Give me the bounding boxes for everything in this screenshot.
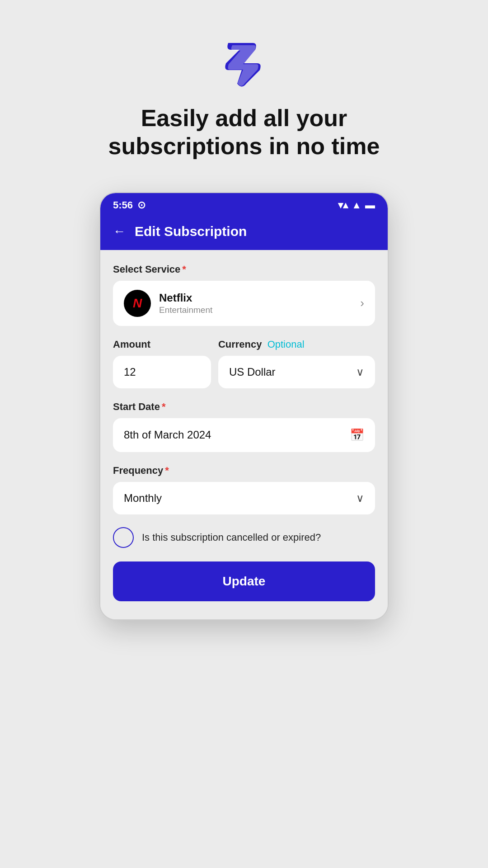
headline: Easily add all your subscriptions in no … [72, 104, 416, 160]
status-left: 5:56 ⊙ [113, 199, 145, 211]
amount-label: Amount [113, 339, 211, 350]
frequency-chevron-icon: ∨ [356, 492, 364, 505]
status-alarm-icon: ⊙ [137, 199, 145, 211]
cancelled-checkbox[interactable] [113, 527, 134, 548]
back-button[interactable]: ← [113, 224, 126, 239]
frequency-selector[interactable]: Monthly ∨ [113, 482, 375, 514]
currency-group: Currency Optional US Dollar ∨ [218, 339, 375, 388]
nav-title: Edit Subscription [135, 224, 247, 239]
app-logo [217, 36, 271, 90]
signal-icon: ▲ [352, 199, 361, 211]
cancelled-label: Is this subscription cancelled or expire… [142, 532, 321, 543]
logo-area: Easily add all your subscriptions in no … [72, 0, 416, 179]
frequency-value: Monthly [124, 492, 162, 505]
battery-icon: ▬ [365, 199, 375, 211]
status-bar: 5:56 ⊙ ▾▴ ▲ ▬ [100, 193, 388, 216]
update-button[interactable]: Update [113, 561, 375, 601]
status-time: 5:56 [113, 199, 133, 211]
date-picker[interactable]: 8th of March 2024 📅 [113, 418, 375, 452]
calendar-icon: 📅 [350, 428, 364, 442]
chevron-right-icon: › [360, 296, 364, 310]
status-icons: ▾▴ ▲ ▬ [338, 199, 375, 211]
chevron-down-icon: ∨ [356, 366, 364, 378]
frequency-section: Frequency* Monthly ∨ [113, 465, 375, 514]
cancelled-checkbox-row: Is this subscription cancelled or expire… [113, 527, 375, 548]
start-date-label: Start Date* [113, 401, 375, 413]
amount-currency-row: Amount Currency Optional US Dollar ∨ [113, 339, 375, 388]
phone-mockup: 5:56 ⊙ ▾▴ ▲ ▬ ← Edit Subscription Select… [99, 192, 389, 620]
wifi-icon: ▾▴ [338, 199, 348, 211]
frequency-label: Frequency* [113, 465, 375, 476]
start-date-section: Start Date* 8th of March 2024 📅 [113, 401, 375, 452]
form-content: Select Service* N Netflix Entertainment … [100, 250, 388, 619]
service-selector[interactable]: N Netflix Entertainment › [113, 281, 375, 326]
select-service-section: Select Service* N Netflix Entertainment … [113, 264, 375, 326]
currency-selector[interactable]: US Dollar ∨ [218, 356, 375, 388]
service-category: Entertainment [159, 305, 212, 315]
currency-label: Currency Optional [218, 339, 375, 350]
service-info-left: N Netflix Entertainment [124, 290, 212, 317]
nav-bar: ← Edit Subscription [100, 216, 388, 250]
amount-input[interactable] [113, 356, 211, 388]
service-name: Netflix [159, 292, 212, 304]
netflix-logo: N [124, 290, 151, 317]
date-value: 8th of March 2024 [124, 429, 211, 441]
service-details: Netflix Entertainment [159, 292, 212, 315]
amount-group: Amount [113, 339, 211, 388]
select-service-label: Select Service* [113, 264, 375, 275]
amount-currency-section: Amount Currency Optional US Dollar ∨ [113, 339, 375, 388]
